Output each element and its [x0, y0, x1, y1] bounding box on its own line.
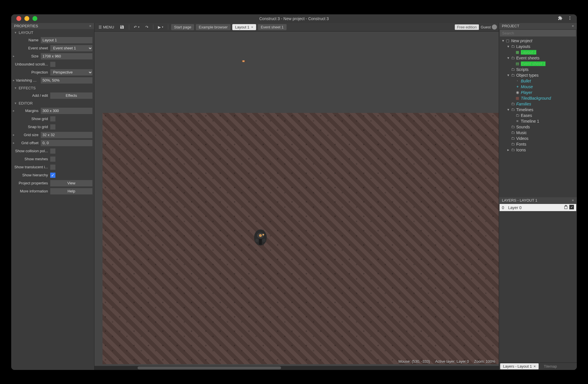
tree-families[interactable]: 🗀Families: [499, 101, 577, 107]
bottom-tab-layers[interactable]: Layers - Layout 1×: [500, 363, 539, 369]
svg-point-2: [570, 19, 570, 20]
view-button[interactable]: View: [50, 180, 92, 186]
status-zoom: Zoom: 100%: [474, 359, 495, 364]
status-mouse: Mouse: (530, -333): [399, 359, 430, 364]
prop-showgrid-check[interactable]: [50, 116, 55, 121]
prop-name-input[interactable]: [41, 37, 92, 43]
tab-layout[interactable]: Layout 1×: [232, 24, 256, 30]
prop-addedit-label: Add / edit: [13, 93, 50, 98]
prop-name-label: Name: [13, 38, 41, 42]
svg-point-0: [570, 16, 570, 17]
tree-music[interactable]: 🗀Music: [499, 130, 577, 136]
close-icon[interactable]: ×: [533, 364, 536, 368]
layer-lock-icon[interactable]: [564, 205, 568, 210]
prop-gridoffset-input[interactable]: [41, 140, 92, 146]
minimize-window-button[interactable]: [24, 16, 29, 21]
prop-meshes-label: Show meshes: [13, 157, 50, 161]
status-bar: Mouse: (530, -333) Active layer: Layer 0…: [399, 359, 495, 364]
avatar-icon: [492, 24, 497, 30]
prop-gridsize-label: Grid size: [16, 133, 41, 137]
effects-button[interactable]: Effects: [50, 92, 92, 99]
tree-eases[interactable]: 🗀Eases: [499, 113, 577, 118]
tree-timeline1[interactable]: ≡Timeline 1: [499, 118, 577, 124]
tree-videos[interactable]: 🗀Videos: [499, 136, 577, 141]
svg-point-7: [255, 239, 259, 242]
project-panel-title: PROJECT: [502, 24, 519, 28]
close-project-button[interactable]: ×: [572, 24, 574, 28]
save-button[interactable]: [117, 24, 127, 30]
layer-visible-check[interactable]: ✓: [569, 205, 574, 209]
svg-rect-6: [259, 239, 262, 245]
tree-layouts[interactable]: ▾🗀Layouts: [499, 44, 577, 49]
prop-eventsheet-label: Event sheet: [13, 46, 50, 50]
menu-button[interactable]: ☰ MENU: [96, 24, 116, 30]
tiled-background-sprite[interactable]: [102, 113, 499, 364]
tree-eventsheet1[interactable]: ▤Event sheet 1: [499, 61, 577, 67]
section-effects[interactable]: EFFECTS: [19, 86, 36, 90]
section-editor[interactable]: EDITOR: [19, 101, 33, 105]
properties-panel: PROPERTIES × ▼LAYOUT Name Event sheetEve…: [11, 23, 94, 370]
section-layout[interactable]: LAYOUT: [19, 30, 33, 35]
close-layers-button[interactable]: ×: [572, 198, 574, 202]
prop-snapgrid-check[interactable]: [50, 124, 55, 130]
tree-fonts[interactable]: 🗀Fonts: [499, 141, 577, 147]
prop-hierarchy-check[interactable]: ✓: [50, 173, 55, 178]
prop-snapgrid-label: Snap to grid: [13, 125, 50, 129]
prop-collision-check[interactable]: [50, 148, 55, 154]
tree-layout1[interactable]: ▦Layout 1: [499, 49, 577, 55]
prop-projection-select[interactable]: Perspective: [50, 69, 92, 76]
tree-sounds[interactable]: 🗀Sounds: [499, 124, 577, 130]
prop-vanishing-label: Vanishing point: [16, 78, 41, 82]
prop-unbounded-check[interactable]: [50, 62, 55, 67]
project-search-input[interactable]: [500, 30, 576, 36]
bottom-tab-tilemap[interactable]: Tilemap: [539, 363, 562, 369]
tree-eventsheets[interactable]: ▾🗀Event sheets: [499, 55, 577, 61]
tree-bullet[interactable]: ⬝Bullet: [499, 78, 577, 84]
prop-margins-input[interactable]: [41, 108, 92, 114]
prop-meshes-check[interactable]: [50, 157, 55, 162]
tab-event-sheet[interactable]: Event sheet 1: [258, 24, 287, 30]
tree-icons[interactable]: ▸🗀Icons: [499, 147, 577, 153]
prop-collision-label: Show collision pol...: [13, 149, 50, 153]
prop-translucent-check[interactable]: [50, 165, 55, 170]
player-sprite[interactable]: [252, 227, 269, 248]
tree-project[interactable]: ▾▢New project: [499, 38, 577, 44]
prop-size-input[interactable]: [41, 53, 92, 59]
horizontal-scrollbar[interactable]: [94, 366, 499, 370]
maximize-window-button[interactable]: [32, 16, 37, 21]
prop-translucent-label: Show translucent i...: [13, 165, 50, 169]
guest-account[interactable]: Guest: [481, 24, 497, 30]
tree-scripts[interactable]: 🗀Scripts: [499, 67, 577, 72]
tree-player[interactable]: ◉Player: [499, 90, 577, 95]
toolbar: ☰ MENU ↶▾ ↷ ▶▾ Start page Example browse…: [94, 23, 499, 32]
tab-start-page[interactable]: Start page: [171, 24, 194, 30]
close-properties-button[interactable]: ×: [89, 24, 91, 28]
prop-projection-label: Projection: [13, 70, 50, 74]
undo-button[interactable]: ↶▾: [131, 24, 142, 30]
more-icon[interactable]: [568, 16, 572, 22]
redo-button[interactable]: ↷: [143, 24, 151, 30]
tree-mouse[interactable]: ⌖Mouse: [499, 84, 577, 90]
prop-size-label: Size: [16, 54, 41, 58]
prop-vanishing-input[interactable]: [41, 77, 92, 84]
prop-margins-label: Margins: [16, 109, 41, 113]
project-tree: ▾▢New project ▾🗀Layouts ▦Layout 1 ▾🗀Even…: [499, 37, 577, 198]
prop-gridsize-input[interactable]: [41, 132, 92, 138]
tree-objtypes[interactable]: ▾🗀Object types: [499, 72, 577, 78]
close-window-button[interactable]: [16, 16, 21, 21]
layout-area[interactable]: [102, 113, 499, 364]
extension-icon[interactable]: [558, 16, 562, 22]
layer-number: 0: [502, 205, 504, 210]
tab-example-browser[interactable]: Example browser: [196, 24, 230, 30]
play-button[interactable]: ▶▾: [156, 24, 166, 30]
free-edition-badge[interactable]: Free edition: [455, 24, 479, 30]
tree-timelines[interactable]: ▾🗀Timelines: [499, 107, 577, 113]
prop-gridoffset-label: Grid offset: [16, 141, 41, 145]
prop-eventsheet-select[interactable]: Event sheet 1: [50, 45, 92, 51]
tree-tiledbg[interactable]: ▦TiledBackground: [499, 95, 577, 101]
bullet-sprite[interactable]: [241, 60, 246, 62]
close-tab-icon[interactable]: ×: [251, 25, 254, 29]
layout-canvas[interactable]: Mouse: (530, -333) Active layer: Layer 0…: [94, 32, 499, 370]
help-button[interactable]: Help: [50, 188, 92, 194]
layer-row[interactable]: 0 Layer 0 ✓: [500, 204, 576, 211]
